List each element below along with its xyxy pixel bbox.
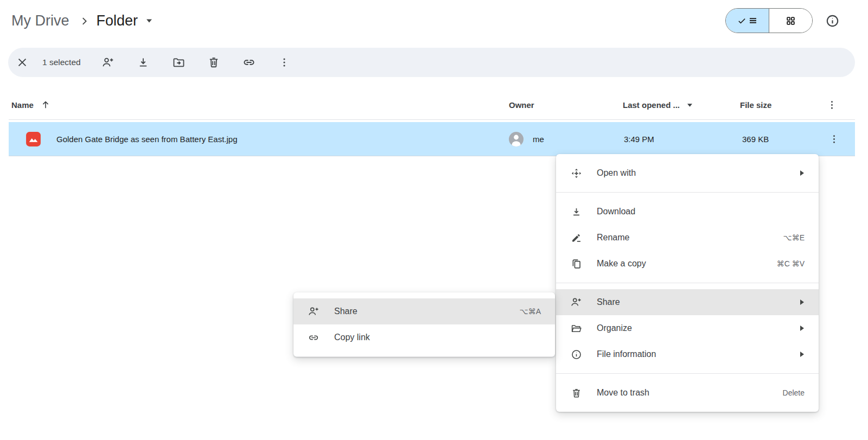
owner-avatar — [509, 132, 524, 146]
clear-selection-button[interactable] — [15, 55, 29, 69]
more-vert-icon — [826, 99, 838, 111]
caret-down-icon — [686, 103, 693, 107]
column-name[interactable]: Name — [11, 90, 51, 119]
share-submenu: Share ⌥⌘A Copy link — [293, 292, 555, 357]
file-name: Golden Gate Bridge as seen from Battery … — [56, 122, 238, 156]
menu-item-label: Make a copy — [597, 259, 770, 269]
more-vert-icon — [278, 56, 290, 68]
folder-dropdown-button[interactable]: Folder — [97, 12, 154, 29]
owner-label: me — [533, 135, 544, 144]
grid-view-button[interactable] — [769, 9, 812, 33]
menu-item-organize[interactable]: Organize — [556, 315, 819, 341]
file-list-header: Name Owner Last opened ... File size — [9, 90, 855, 120]
link-icon — [308, 331, 320, 344]
view-toggle — [725, 8, 813, 33]
column-last-opened[interactable]: Last opened ... — [623, 90, 693, 119]
file-row[interactable]: Golden Gate Bridge as seen from Battery … — [9, 122, 855, 156]
chevron-right-icon — [78, 15, 90, 27]
move-to-folder-button[interactable] — [171, 55, 186, 69]
last-opened-value: 3:49 PM — [624, 122, 654, 156]
menu-item-label: Copy link — [334, 333, 541, 342]
context-menu-section-open: Open with — [556, 154, 819, 193]
menu-item-label: Move to trash — [597, 388, 776, 398]
menu-item-share[interactable]: Share — [556, 289, 819, 315]
menu-item-make-a-copy[interactable]: Make a copy ⌘C ⌘V — [556, 251, 819, 277]
menu-item-label: Download — [597, 207, 805, 216]
menu-item-shortcut: Delete — [783, 388, 805, 397]
more-actions-button[interactable] — [277, 55, 291, 69]
details-info-button[interactable] — [824, 12, 840, 29]
menu-item-file-information[interactable]: File information — [556, 341, 819, 367]
download-icon — [570, 206, 582, 218]
close-icon — [16, 56, 28, 68]
column-file-size[interactable]: File size — [740, 90, 771, 119]
submenu-item-copy-link[interactable]: Copy link — [293, 324, 555, 350]
breadcrumb-current-folder: Folder — [97, 12, 138, 29]
download-icon — [137, 56, 150, 69]
context-menu-section-trash: Move to trash Delete — [556, 374, 819, 412]
arrow-up-icon — [40, 99, 51, 110]
column-last-opened-label: Last opened ... — [623, 100, 680, 110]
info-icon — [570, 349, 582, 360]
menu-item-rename[interactable]: Rename ⌥⌘E — [556, 225, 819, 251]
submenu-arrow-icon — [800, 170, 805, 176]
column-name-label: Name — [11, 100, 34, 110]
person-add-icon — [308, 305, 320, 317]
submenu-item-share[interactable]: Share ⌥⌘A — [293, 298, 555, 324]
person-add-icon — [570, 296, 582, 308]
menu-item-move-to-trash[interactable]: Move to trash Delete — [556, 380, 819, 406]
download-button[interactable] — [136, 55, 150, 69]
breadcrumb: My Drive Folder — [11, 8, 153, 34]
image-file-icon — [25, 131, 42, 148]
context-menu-section-file-actions: Download Rename ⌥⌘E Make a copy ⌘C ⌘V — [556, 193, 819, 283]
menu-item-label: Rename — [597, 233, 777, 243]
menu-item-label: File information — [597, 349, 793, 359]
menu-item-download[interactable]: Download — [556, 199, 819, 225]
info-icon — [825, 14, 840, 28]
open-with-icon — [570, 168, 582, 179]
submenu-arrow-icon — [800, 299, 805, 305]
copy-link-button[interactable] — [242, 55, 256, 69]
file-size-value: 369 KB — [742, 122, 769, 156]
pencil-icon — [570, 232, 582, 244]
link-icon — [242, 55, 256, 69]
row-more-actions-button[interactable] — [828, 133, 840, 145]
menu-item-label: Organize — [597, 323, 793, 333]
menu-item-open-with[interactable]: Open with — [556, 160, 819, 186]
trash-icon — [570, 387, 582, 399]
selection-toolbar: 1 selected — [8, 48, 855, 77]
submenu-arrow-icon — [800, 351, 805, 358]
list-view-button[interactable] — [726, 9, 769, 33]
breadcrumb-my-drive[interactable]: My Drive — [11, 12, 69, 29]
sort-ascending-button[interactable] — [40, 99, 51, 110]
column-settings-button[interactable] — [826, 99, 838, 111]
folder-open-icon — [570, 323, 582, 334]
trash-button[interactable] — [207, 55, 221, 69]
grid-icon — [786, 16, 796, 26]
menu-item-shortcut: ⌘C ⌘V — [777, 259, 805, 268]
more-vert-icon — [828, 133, 840, 145]
submenu-arrow-icon — [800, 325, 805, 331]
share-button[interactable] — [101, 55, 115, 69]
menu-item-label: Share — [334, 307, 513, 316]
menu-item-label: Open with — [597, 168, 793, 178]
menu-item-label: Share — [597, 297, 793, 307]
list-icon — [748, 16, 758, 25]
selected-count-label: 1 selected — [42, 58, 81, 67]
column-owner-label: Owner — [509, 100, 534, 110]
trash-icon — [207, 56, 220, 69]
copy-icon — [570, 258, 582, 270]
column-file-size-label: File size — [740, 100, 771, 110]
caret-down-icon — [145, 18, 153, 23]
context-menu: Open with Download Rename ⌥⌘E — [556, 154, 819, 412]
context-menu-section-share-organize: Share Organize File infor — [556, 283, 819, 374]
check-icon — [737, 16, 746, 25]
person-add-icon — [101, 56, 114, 69]
menu-item-shortcut: ⌥⌘A — [520, 307, 541, 316]
menu-item-shortcut: ⌥⌘E — [783, 233, 805, 242]
column-owner[interactable]: Owner — [509, 90, 534, 119]
folder-move-icon — [172, 56, 185, 69]
